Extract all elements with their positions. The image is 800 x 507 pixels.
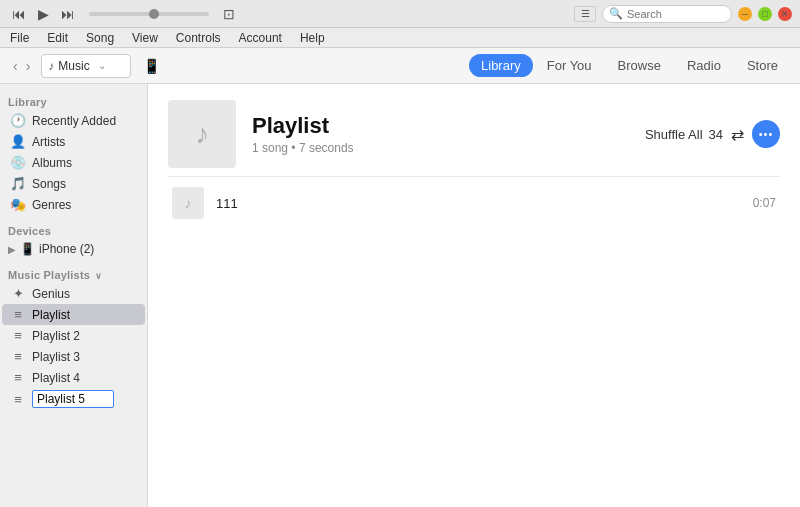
more-icon: ••• <box>759 128 774 140</box>
menu-song[interactable]: Song <box>84 31 116 45</box>
playlist-icon: ≡ <box>10 307 26 322</box>
song-thumbnail: ♪ <box>172 187 204 219</box>
library-section-title: Library <box>0 92 147 110</box>
song-name: 111 <box>216 196 741 211</box>
forward-button-nav[interactable]: › <box>23 58 34 74</box>
sidebar-item-playlist5-editing[interactable]: ≡ <box>2 388 145 410</box>
sidebar-item-playlist2[interactable]: ≡ Playlist 2 <box>2 325 145 346</box>
playlist5-icon: ≡ <box>10 392 26 407</box>
song-duration: 0:07 <box>753 196 776 210</box>
tab-for-you[interactable]: For You <box>535 54 604 77</box>
progress-bar[interactable] <box>89 12 209 16</box>
genres-icon: 🎭 <box>10 197 26 212</box>
playlist-label: Playlist <box>32 308 70 322</box>
playlist-header: ♪ Playlist 1 song • 7 seconds Shuffle Al… <box>148 84 800 176</box>
shuffle-all-button[interactable]: Shuffle All 34 ⇄ <box>645 125 744 144</box>
sidebar: Library 🕐 Recently Added 👤 Artists 💿 Alb… <box>0 84 148 507</box>
playlist-art-icon: ♪ <box>195 118 209 150</box>
playlist2-icon: ≡ <box>10 328 26 343</box>
songs-label: Songs <box>32 177 66 191</box>
tab-store[interactable]: Store <box>735 54 790 77</box>
main-layout: Library 🕐 Recently Added 👤 Artists 💿 Alb… <box>0 84 800 507</box>
sidebar-item-songs[interactable]: 🎵 Songs <box>2 173 145 194</box>
playlist2-label: Playlist 2 <box>32 329 80 343</box>
shuffle-all-label: Shuffle All <box>645 127 703 142</box>
nav-tabs: Library For You Browse Radio Store <box>469 54 790 77</box>
rewind-button[interactable]: ⏮ <box>8 4 30 24</box>
menu-bar: File Edit Song View Controls Account Hel… <box>0 28 800 48</box>
title-bar: ⏮ ▶ ⏭ ⊡ ☰ 🔍 ─ □ ✕ <box>0 0 800 28</box>
table-row[interactable]: ♪ 111 0:07 <box>152 181 796 225</box>
sidebar-item-albums[interactable]: 💿 Albums <box>2 152 145 173</box>
menu-controls[interactable]: Controls <box>174 31 223 45</box>
back-button[interactable]: ‹ <box>10 58 21 74</box>
progress-thumb[interactable] <box>149 9 159 19</box>
genius-label: Genius <box>32 287 70 301</box>
shuffle-icon: ⇄ <box>731 125 744 144</box>
artists-label: Artists <box>32 135 65 149</box>
close-button[interactable]: ✕ <box>778 7 792 21</box>
menu-edit[interactable]: Edit <box>45 31 70 45</box>
playlists-section-title: Music Playlists ∨ <box>0 265 147 283</box>
shuffle-count: 34 <box>709 127 723 142</box>
maximize-button[interactable]: □ <box>758 7 772 21</box>
airplay-button[interactable]: ⊡ <box>219 4 239 24</box>
sidebar-item-playlist3[interactable]: ≡ Playlist 3 <box>2 346 145 367</box>
sidebar-item-genius[interactable]: ✦ Genius <box>2 283 145 304</box>
more-options-button[interactable]: ••• <box>752 120 780 148</box>
sidebar-item-genres[interactable]: 🎭 Genres <box>2 194 145 215</box>
search-icon: 🔍 <box>609 7 623 20</box>
song-list: ♪ 111 0:07 <box>148 177 800 507</box>
search-input[interactable] <box>627 8 727 20</box>
music-note-icon: ♪ <box>48 59 54 73</box>
iphone-label: iPhone (2) <box>39 242 94 256</box>
sidebar-item-playlist4[interactable]: ≡ Playlist 4 <box>2 367 145 388</box>
content-area: ♪ Playlist 1 song • 7 seconds Shuffle Al… <box>148 84 800 507</box>
playlist-actions: Shuffle All 34 ⇄ ••• <box>645 120 780 148</box>
playlist4-icon: ≡ <box>10 370 26 385</box>
sidebar-item-playlist[interactable]: ≡ Playlist <box>2 304 145 325</box>
playlist3-icon: ≡ <box>10 349 26 364</box>
playlist-info: Playlist 1 song • 7 seconds <box>252 113 629 155</box>
sidebar-item-iphone[interactable]: ▶ 📱 iPhone (2) <box>0 239 147 259</box>
minimize-button[interactable]: ─ <box>738 7 752 21</box>
device-icon: 📱 <box>143 58 160 74</box>
nav-bar: ‹ › ♪ Music ⌄ 📱 Library For You Browse R… <box>0 48 800 84</box>
playlist4-label: Playlist 4 <box>32 371 80 385</box>
menu-account[interactable]: Account <box>237 31 284 45</box>
menu-view[interactable]: View <box>130 31 160 45</box>
clock-icon: 🕐 <box>10 113 26 128</box>
title-bar-right: ☰ 🔍 ─ □ ✕ <box>574 5 792 23</box>
tab-library[interactable]: Library <box>469 54 533 77</box>
list-icon-button[interactable]: ☰ <box>574 6 596 22</box>
playlist5-input[interactable] <box>32 390 114 408</box>
nav-source[interactable]: ♪ Music ⌄ <box>41 54 131 78</box>
playlist-title: Playlist <box>252 113 629 139</box>
menu-file[interactable]: File <box>8 31 31 45</box>
menu-help[interactable]: Help <box>298 31 327 45</box>
albums-icon: 💿 <box>10 155 26 170</box>
device-expand-arrow: ▶ <box>8 244 16 255</box>
sidebar-item-artists[interactable]: 👤 Artists <box>2 131 145 152</box>
artists-icon: 👤 <box>10 134 26 149</box>
search-box[interactable]: 🔍 <box>602 5 732 23</box>
playlist-meta: 1 song • 7 seconds <box>252 141 629 155</box>
playlist-artwork: ♪ <box>168 100 236 168</box>
playlists-title-text: Music Playlists <box>8 269 90 281</box>
play-button[interactable]: ▶ <box>34 4 53 24</box>
devices-section-title: Devices <box>0 221 147 239</box>
tab-radio[interactable]: Radio <box>675 54 733 77</box>
iphone-icon: 📱 <box>20 242 35 256</box>
nav-arrows: ‹ › <box>10 58 33 74</box>
playback-controls: ⏮ ▶ ⏭ ⊡ <box>8 4 239 24</box>
song-thumb-icon: ♪ <box>185 195 192 211</box>
playlists-collapse-icon: ∨ <box>95 271 102 281</box>
source-label: Music <box>58 59 89 73</box>
forward-button[interactable]: ⏭ <box>57 4 79 24</box>
albums-label: Albums <box>32 156 72 170</box>
genius-icon: ✦ <box>10 286 26 301</box>
songs-icon: 🎵 <box>10 176 26 191</box>
recently-added-label: Recently Added <box>32 114 116 128</box>
tab-browse[interactable]: Browse <box>606 54 673 77</box>
sidebar-item-recently-added[interactable]: 🕐 Recently Added <box>2 110 145 131</box>
